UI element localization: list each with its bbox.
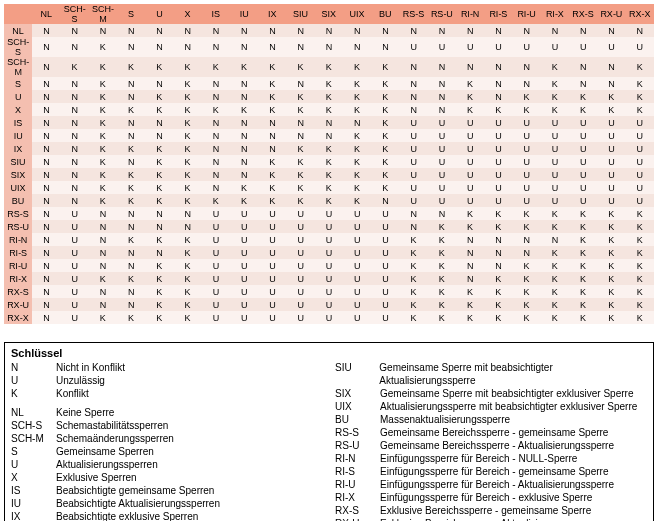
cell: N: [513, 24, 541, 37]
cell: U: [597, 37, 625, 57]
cell: K: [117, 311, 145, 324]
legend-desc: Einfügungssperre für Bereich - gemeinsam…: [380, 465, 608, 478]
cell: U: [202, 220, 230, 233]
row-header: S: [4, 77, 32, 90]
cell: N: [202, 77, 230, 90]
legend-desc: Exklusive Sperren: [56, 471, 137, 484]
cell: U: [202, 285, 230, 298]
cell: U: [258, 259, 286, 272]
cell: K: [315, 77, 343, 90]
cell: K: [343, 57, 371, 77]
legend-key: BU: [335, 413, 380, 426]
legend-key: IS: [11, 484, 56, 497]
cell: U: [541, 142, 569, 155]
cell: N: [400, 103, 428, 116]
cell: K: [569, 259, 597, 272]
col-header: RI-U: [513, 4, 541, 24]
cell: U: [484, 37, 512, 57]
cell: K: [117, 142, 145, 155]
legend-row: KKonflikt: [11, 387, 323, 400]
cell: U: [484, 142, 512, 155]
cell: K: [174, 155, 202, 168]
cell: U: [258, 233, 286, 246]
cell: K: [456, 90, 484, 103]
cell: K: [428, 220, 456, 233]
legend-row: UIXAktualisierungssperre mit beabsichtig…: [335, 400, 647, 413]
col-header: SIX: [315, 4, 343, 24]
cell: K: [174, 181, 202, 194]
legend-key: IX: [11, 510, 56, 521]
cell: K: [315, 57, 343, 77]
legend-row: RX-UExklusive Bereichssperre - Aktualisi…: [335, 517, 647, 521]
cell: K: [258, 103, 286, 116]
cell: K: [371, 168, 399, 181]
cell: K: [626, 103, 655, 116]
row-header: RI-S: [4, 246, 32, 259]
cell: U: [315, 220, 343, 233]
cell: N: [428, 57, 456, 77]
cell: K: [315, 155, 343, 168]
cell: N: [541, 233, 569, 246]
cell: K: [626, 207, 655, 220]
legend-key: RI-U: [335, 478, 380, 491]
cell: N: [61, 90, 89, 103]
legend-desc: Konflikt: [56, 387, 89, 400]
legend-desc: Massenaktualisierungssperre: [380, 413, 510, 426]
cell: K: [230, 103, 258, 116]
cell: N: [258, 24, 286, 37]
cell: N: [32, 233, 60, 246]
cell: U: [258, 220, 286, 233]
cell: N: [569, 24, 597, 37]
cell: U: [626, 181, 655, 194]
cell: N: [400, 220, 428, 233]
cell: K: [145, 142, 173, 155]
col-header: RI-S: [484, 4, 512, 24]
cell: N: [258, 142, 286, 155]
row-header: IX: [4, 142, 32, 155]
cell: U: [400, 37, 428, 57]
legend-desc: Gemeinsame Sperre mit beabsichtigter Akt…: [379, 361, 647, 387]
legend-key: U: [11, 458, 56, 471]
cell: U: [230, 259, 258, 272]
cell: N: [117, 77, 145, 90]
cell: U: [626, 142, 655, 155]
col-header: RS-U: [428, 4, 456, 24]
row-header: RS-U: [4, 220, 32, 233]
cell: K: [597, 259, 625, 272]
cell: N: [456, 246, 484, 259]
cell: N: [230, 77, 258, 90]
cell: U: [569, 142, 597, 155]
cell: K: [626, 90, 655, 103]
legend-key: SIU: [335, 361, 379, 387]
cell: N: [117, 220, 145, 233]
cell: N: [145, 24, 173, 37]
cell: N: [32, 259, 60, 272]
legend-key: RS-S: [335, 426, 380, 439]
cell: N: [32, 129, 60, 142]
cell: K: [287, 181, 315, 194]
cell: U: [513, 181, 541, 194]
row-header: BU: [4, 194, 32, 207]
cell: K: [569, 285, 597, 298]
col-header: UIX: [343, 4, 371, 24]
col-header: SIU: [287, 4, 315, 24]
row-header: SIU: [4, 155, 32, 168]
cell: N: [117, 259, 145, 272]
cell: N: [61, 155, 89, 168]
cell: N: [32, 37, 60, 57]
cell: N: [428, 103, 456, 116]
row-header: RX-S: [4, 285, 32, 298]
cell: K: [89, 57, 117, 77]
cell: K: [456, 298, 484, 311]
cell: N: [513, 246, 541, 259]
cell: K: [89, 194, 117, 207]
row-header: RS-S: [4, 207, 32, 220]
cell: K: [315, 103, 343, 116]
cell: N: [202, 168, 230, 181]
row-header: IS: [4, 116, 32, 129]
cell: U: [287, 220, 315, 233]
cell: N: [117, 246, 145, 259]
cell: K: [145, 57, 173, 77]
cell: N: [202, 116, 230, 129]
col-header: RS-S: [400, 4, 428, 24]
